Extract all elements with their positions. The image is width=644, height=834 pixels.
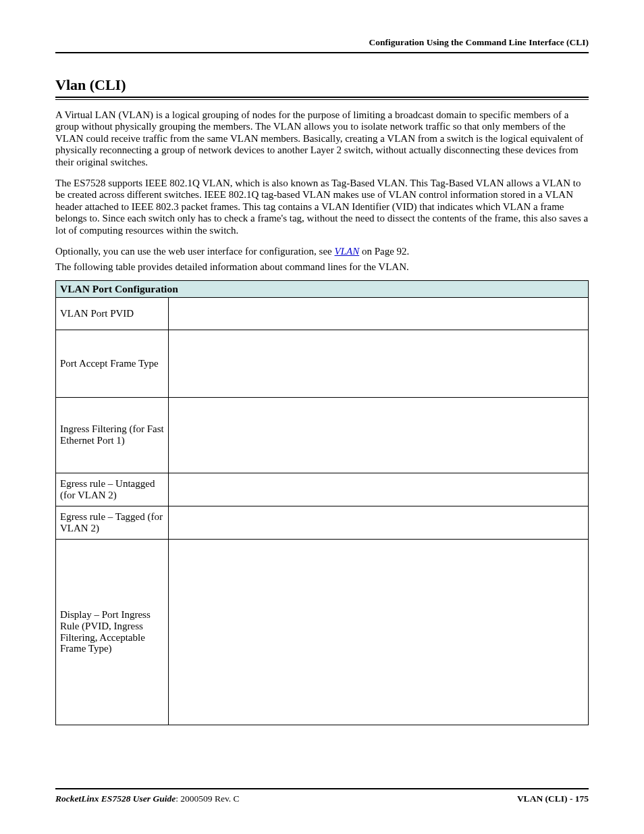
section-title: Vlan (CLI) bbox=[55, 76, 589, 94]
row-content bbox=[169, 330, 589, 397]
paragraph-4: The following table provides detailed in… bbox=[55, 261, 589, 273]
row-content bbox=[169, 473, 589, 506]
row-label: Egress rule – Tagged (for VLAN 2) bbox=[56, 506, 169, 539]
table-row: Port Accept Frame Type bbox=[56, 330, 589, 397]
row-content bbox=[169, 539, 589, 725]
row-label: Port Accept Frame Type bbox=[56, 330, 169, 397]
table-row: Egress rule – Tagged (for VLAN 2) bbox=[56, 506, 589, 539]
para3-pre: Optionally, you can use the web user int… bbox=[55, 246, 334, 257]
paragraph-3: Optionally, you can use the web user int… bbox=[55, 246, 589, 257]
row-label: Egress rule – Untagged (for VLAN 2) bbox=[56, 473, 169, 506]
table-row: Display – Port Ingress Rule (PVID, Ingre… bbox=[56, 539, 589, 725]
table-header: VLAN Port Configuration bbox=[56, 280, 589, 297]
footer-doc-title: RocketLinx ES7528 User Guide bbox=[55, 793, 176, 804]
title-rule-thin bbox=[55, 99, 589, 100]
table-row: Ingress Filtering (for Fast Ethernet Por… bbox=[56, 397, 589, 473]
row-label: Ingress Filtering (for Fast Ethernet Por… bbox=[56, 397, 169, 473]
para3-post: on Page 92. bbox=[359, 246, 409, 257]
page: Configuration Using the Command Line Int… bbox=[0, 0, 644, 834]
running-title: Configuration Using the Command Line Int… bbox=[55, 37, 589, 48]
header-rule bbox=[55, 52, 589, 53]
footer-left: RocketLinx ES7528 User Guide: 2000509 Re… bbox=[55, 793, 240, 804]
row-content bbox=[169, 297, 589, 330]
paragraph-2: The ES7528 supports IEEE 802.1Q VLAN, wh… bbox=[55, 178, 589, 236]
page-header: Configuration Using the Command Line Int… bbox=[55, 37, 589, 53]
table-header-row: VLAN Port Configuration bbox=[56, 280, 589, 297]
footer-rule bbox=[55, 788, 589, 789]
table-row: VLAN Port PVID bbox=[56, 297, 589, 330]
paragraph-1: A Virtual LAN (VLAN) is a logical groupi… bbox=[55, 109, 589, 168]
table-row: Egress rule – Untagged (for VLAN 2) bbox=[56, 473, 589, 506]
footer-page-label: VLAN (CLI) - 175 bbox=[517, 793, 589, 804]
row-content bbox=[169, 506, 589, 539]
title-rule bbox=[55, 97, 589, 99]
page-footer: RocketLinx ES7528 User Guide: 2000509 Re… bbox=[55, 788, 589, 804]
vlan-link[interactable]: VLAN bbox=[334, 246, 359, 257]
footer-line: RocketLinx ES7528 User Guide: 2000509 Re… bbox=[55, 793, 589, 804]
row-label: VLAN Port PVID bbox=[56, 297, 169, 330]
row-label: Display – Port Ingress Rule (PVID, Ingre… bbox=[56, 539, 169, 725]
footer-doc-rev: : 2000509 Rev. C bbox=[176, 793, 239, 804]
row-content bbox=[169, 397, 589, 473]
vlan-port-config-table: VLAN Port Configuration VLAN Port PVID P… bbox=[55, 280, 589, 725]
